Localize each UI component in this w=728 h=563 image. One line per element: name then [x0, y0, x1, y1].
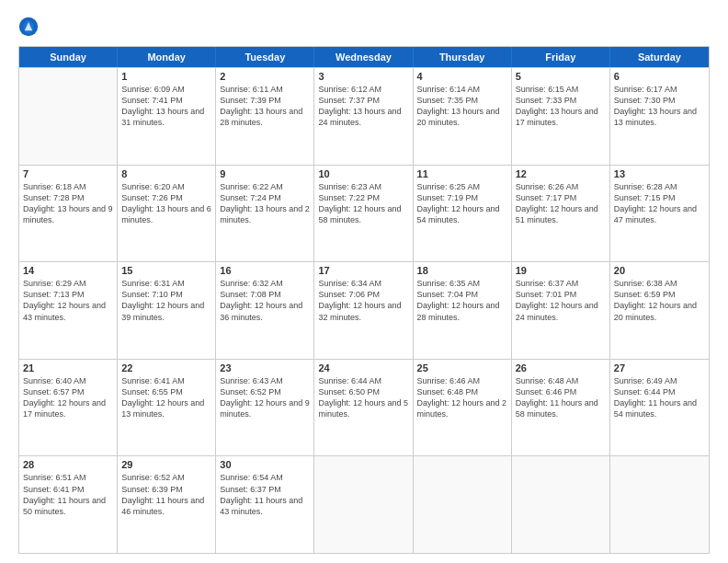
sunset-text: Sunset: 7:33 PM	[516, 95, 606, 106]
sunset-text: Sunset: 6:57 PM	[23, 386, 113, 397]
calendar-cell: 5Sunrise: 6:15 AMSunset: 7:33 PMDaylight…	[512, 68, 610, 165]
header-day-tuesday: Tuesday	[216, 47, 314, 67]
day-number: 21	[23, 362, 113, 373]
daylight-text: Daylight: 13 hours and 20 minutes.	[417, 106, 507, 128]
calendar-cell: 6Sunrise: 6:17 AMSunset: 7:30 PMDaylight…	[610, 68, 709, 165]
calendar-cell: 29Sunrise: 6:52 AMSunset: 6:39 PMDayligh…	[118, 456, 216, 553]
calendar-cell: 23Sunrise: 6:43 AMSunset: 6:52 PMDayligh…	[216, 360, 314, 456]
sunrise-text: Sunrise: 6:15 AM	[516, 84, 606, 95]
daylight-text: Daylight: 12 hours and 47 minutes.	[614, 203, 705, 225]
calendar-cell: 25Sunrise: 6:46 AMSunset: 6:48 PMDayligh…	[414, 360, 512, 456]
sunrise-text: Sunrise: 6:23 AM	[318, 181, 408, 192]
day-number: 5	[516, 71, 606, 82]
header-day-thursday: Thursday	[414, 47, 512, 67]
day-number: 6	[614, 71, 705, 82]
day-number: 17	[318, 265, 408, 276]
calendar-cell	[610, 456, 709, 553]
calendar-cell: 21Sunrise: 6:40 AMSunset: 6:57 PMDayligh…	[19, 360, 118, 456]
day-number: 25	[417, 362, 507, 373]
sunset-text: Sunset: 6:59 PM	[614, 289, 705, 300]
calendar-body: 1Sunrise: 6:09 AMSunset: 7:41 PMDaylight…	[19, 67, 709, 553]
daylight-text: Daylight: 12 hours and 9 minutes.	[220, 397, 310, 419]
calendar-cell: 2Sunrise: 6:11 AMSunset: 7:39 PMDaylight…	[216, 68, 314, 165]
day-number: 1	[121, 71, 211, 82]
day-number: 26	[516, 362, 606, 373]
calendar-cell: 14Sunrise: 6:29 AMSunset: 7:13 PMDayligh…	[19, 262, 118, 359]
sunrise-text: Sunrise: 6:38 AM	[614, 278, 705, 289]
day-number: 27	[614, 362, 705, 373]
sunset-text: Sunset: 6:37 PM	[220, 484, 310, 495]
day-number: 30	[220, 459, 310, 470]
sunset-text: Sunset: 7:19 PM	[417, 192, 507, 203]
calendar-cell	[512, 456, 610, 553]
calendar-cell: 9Sunrise: 6:22 AMSunset: 7:24 PMDaylight…	[216, 166, 314, 262]
sunset-text: Sunset: 7:04 PM	[417, 289, 507, 300]
daylight-text: Daylight: 12 hours and 36 minutes.	[220, 300, 310, 322]
day-number: 14	[23, 265, 113, 276]
sunrise-text: Sunrise: 6:34 AM	[318, 278, 408, 289]
day-number: 16	[220, 265, 310, 276]
daylight-text: Daylight: 12 hours and 54 minutes.	[417, 203, 507, 225]
daylight-text: Daylight: 13 hours and 24 minutes.	[318, 106, 408, 128]
sunset-text: Sunset: 7:24 PM	[220, 192, 310, 203]
sunset-text: Sunset: 6:41 PM	[23, 484, 113, 495]
day-number: 29	[121, 459, 211, 470]
header-day-wednesday: Wednesday	[314, 47, 413, 67]
sunrise-text: Sunrise: 6:48 AM	[516, 375, 606, 386]
calendar-cell	[414, 456, 512, 553]
daylight-text: Daylight: 13 hours and 6 minutes.	[121, 203, 211, 225]
sunset-text: Sunset: 7:30 PM	[614, 95, 705, 106]
daylight-text: Daylight: 11 hours and 50 minutes.	[23, 495, 113, 517]
daylight-text: Daylight: 12 hours and 43 minutes.	[23, 300, 113, 322]
calendar: SundayMondayTuesdayWednesdayThursdayFrid…	[18, 46, 710, 554]
calendar-cell: 16Sunrise: 6:32 AMSunset: 7:08 PMDayligh…	[216, 262, 314, 359]
calendar-header: SundayMondayTuesdayWednesdayThursdayFrid…	[19, 47, 709, 67]
sunrise-text: Sunrise: 6:40 AM	[23, 375, 113, 386]
calendar-cell: 12Sunrise: 6:26 AMSunset: 7:17 PMDayligh…	[512, 166, 610, 262]
sunset-text: Sunset: 7:28 PM	[23, 192, 113, 203]
sunrise-text: Sunrise: 6:18 AM	[23, 181, 113, 192]
calendar-cell: 26Sunrise: 6:48 AMSunset: 6:46 PMDayligh…	[512, 360, 610, 456]
logo	[18, 17, 40, 37]
sunrise-text: Sunrise: 6:20 AM	[121, 181, 211, 192]
sunrise-text: Sunrise: 6:32 AM	[220, 278, 310, 289]
calendar-cell: 20Sunrise: 6:38 AMSunset: 6:59 PMDayligh…	[610, 262, 709, 359]
calendar-cell: 24Sunrise: 6:44 AMSunset: 6:50 PMDayligh…	[314, 360, 413, 456]
calendar-cell: 8Sunrise: 6:20 AMSunset: 7:26 PMDaylight…	[118, 166, 216, 262]
sunset-text: Sunset: 7:06 PM	[318, 289, 408, 300]
day-number: 22	[121, 362, 211, 373]
daylight-text: Daylight: 12 hours and 51 minutes.	[516, 203, 606, 225]
daylight-text: Daylight: 11 hours and 43 minutes.	[220, 495, 310, 517]
calendar-cell: 3Sunrise: 6:12 AMSunset: 7:37 PMDaylight…	[314, 68, 413, 165]
sunrise-text: Sunrise: 6:26 AM	[516, 181, 606, 192]
calendar-week-3: 14Sunrise: 6:29 AMSunset: 7:13 PMDayligh…	[19, 261, 709, 359]
daylight-text: Daylight: 11 hours and 54 minutes.	[614, 397, 705, 419]
daylight-text: Daylight: 12 hours and 58 minutes.	[318, 203, 408, 225]
daylight-text: Daylight: 11 hours and 46 minutes.	[121, 495, 211, 517]
day-number: 23	[220, 362, 310, 373]
calendar-cell: 10Sunrise: 6:23 AMSunset: 7:22 PMDayligh…	[314, 166, 413, 262]
sunrise-text: Sunrise: 6:25 AM	[417, 181, 507, 192]
calendar-cell: 28Sunrise: 6:51 AMSunset: 6:41 PMDayligh…	[19, 456, 118, 553]
calendar-cell: 30Sunrise: 6:54 AMSunset: 6:37 PMDayligh…	[216, 456, 314, 553]
sunrise-text: Sunrise: 6:09 AM	[121, 84, 211, 95]
sunrise-text: Sunrise: 6:22 AM	[220, 181, 310, 192]
sunset-text: Sunset: 6:39 PM	[121, 484, 211, 495]
sunset-text: Sunset: 7:41 PM	[121, 95, 211, 106]
daylight-text: Daylight: 13 hours and 31 minutes.	[121, 106, 211, 128]
sunrise-text: Sunrise: 6:44 AM	[318, 375, 408, 386]
sunrise-text: Sunrise: 6:29 AM	[23, 278, 113, 289]
day-number: 8	[121, 168, 211, 179]
day-number: 13	[614, 168, 705, 179]
daylight-text: Daylight: 13 hours and 13 minutes.	[614, 106, 705, 128]
sunset-text: Sunset: 6:46 PM	[516, 386, 606, 397]
day-number: 7	[23, 168, 113, 179]
calendar-cell: 19Sunrise: 6:37 AMSunset: 7:01 PMDayligh…	[512, 262, 610, 359]
calendar-cell: 13Sunrise: 6:28 AMSunset: 7:15 PMDayligh…	[610, 166, 709, 262]
header-day-friday: Friday	[512, 47, 610, 67]
sunrise-text: Sunrise: 6:28 AM	[614, 181, 705, 192]
calendar-cell: 7Sunrise: 6:18 AMSunset: 7:28 PMDaylight…	[19, 166, 118, 262]
day-number: 2	[220, 71, 310, 82]
daylight-text: Daylight: 12 hours and 32 minutes.	[318, 300, 408, 322]
calendar-week-4: 21Sunrise: 6:40 AMSunset: 6:57 PMDayligh…	[19, 359, 709, 456]
